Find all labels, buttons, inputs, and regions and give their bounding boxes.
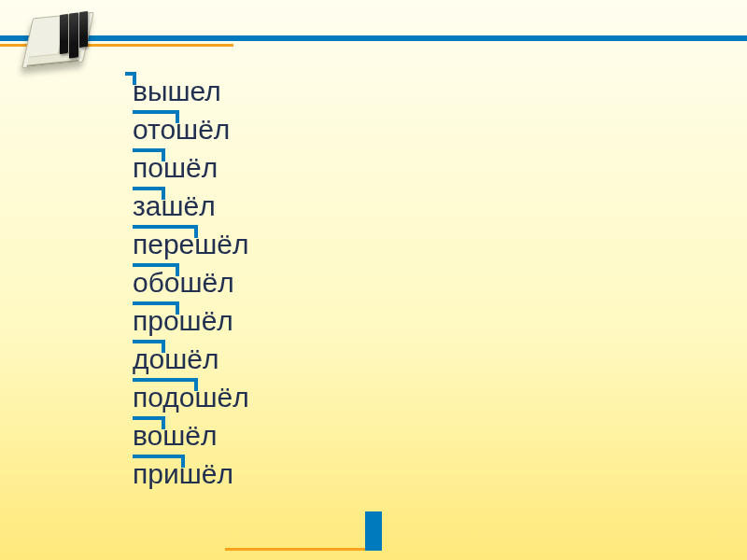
top-rule: [0, 35, 747, 41]
list-item: зашёл: [133, 188, 249, 225]
list-item: вошёл: [133, 417, 249, 455]
slide-root: вышел отошёл пошёл зашёл перешёл обошёл …: [0, 0, 747, 560]
list-item: подошёл: [133, 379, 249, 416]
list-item: прошёл: [133, 302, 249, 340]
prefix-mark-icon: [125, 72, 136, 85]
word-text: вышел: [133, 76, 221, 106]
prefix-mark-icon: [133, 455, 185, 468]
bottom-bar: [365, 511, 382, 551]
list-item: вышел: [133, 73, 249, 110]
prefix-mark-icon: [133, 110, 179, 123]
word-list: вышел отошёл пошёл зашёл перешёл обошёл …: [133, 73, 249, 493]
prefix-mark-icon: [133, 263, 179, 276]
list-item: отошёл: [133, 111, 249, 148]
prefix-mark-icon: [133, 416, 165, 429]
prefix-mark-icon: [133, 148, 165, 161]
prefix-mark-icon: [133, 187, 165, 200]
prefix-mark-icon: [133, 301, 179, 315]
list-item: обошёл: [133, 264, 249, 301]
prefix-mark-icon: [133, 378, 198, 391]
prefix-mark-icon: [133, 225, 198, 238]
stacked-books-icon: [60, 11, 88, 60]
books-icon: [26, 6, 96, 76]
list-item: дошёл: [133, 341, 249, 378]
list-item: пошёл: [133, 149, 249, 187]
list-item: перешёл: [133, 226, 249, 263]
list-item: пришёл: [133, 455, 249, 493]
prefix-mark-icon: [133, 340, 165, 353]
